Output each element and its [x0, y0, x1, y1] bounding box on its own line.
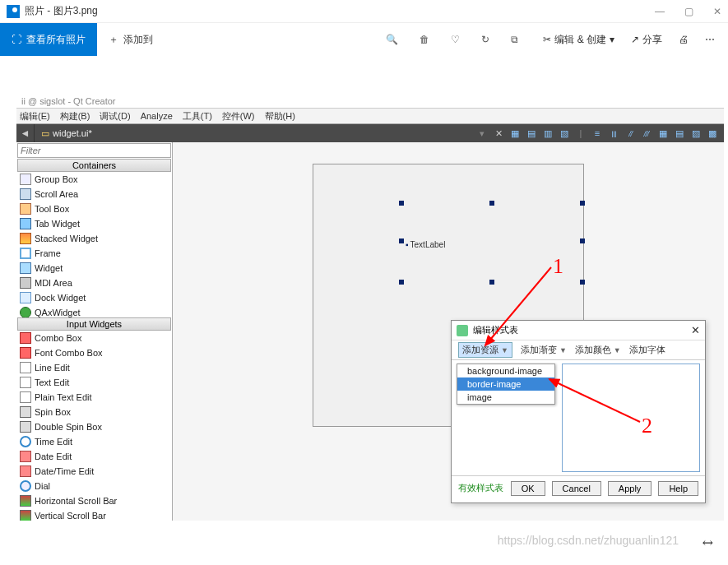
menu-edit[interactable]: 编辑(E) [20, 110, 50, 123]
qt-creator-window: ii @ sigslot - Qt Creator 编辑(E) 构建(B) 调试… [16, 95, 724, 522]
tb-vsplit-icon[interactable]: ⫻ [640, 127, 653, 140]
share-button[interactable]: ↗ 分享 [631, 33, 662, 47]
add-font-button[interactable]: 添加字体 [629, 344, 665, 356]
widget-dockwidget[interactable]: Dock Widget [16, 290, 172, 305]
add-color-button[interactable]: 添加颜色▼ [575, 344, 621, 356]
selection-handle[interactable] [580, 201, 585, 206]
qt-logo-icon [457, 325, 468, 336]
tb-vlayout-icon[interactable]: ⫼ [607, 127, 620, 140]
selection-handle[interactable] [399, 280, 404, 285]
tb-break-icon[interactable]: ▨ [689, 127, 702, 140]
widget-spinbox[interactable]: Spin Box [16, 405, 172, 419]
help-button[interactable]: Help [658, 481, 698, 496]
tb-grid-icon[interactable]: ▦ [656, 127, 670, 140]
menu-debug[interactable]: 调试(D) [100, 110, 130, 123]
maximize-icon[interactable]: ▢ [684, 6, 693, 17]
widget-plaintextedit[interactable]: Plain Text Edit [16, 390, 172, 405]
delete-icon[interactable]: 🗑 [420, 34, 429, 45]
widget-tabwidget[interactable]: Tab Widget [16, 216, 172, 231]
widget-qaxwidget[interactable]: QAxWidget [16, 305, 172, 317]
menu-item-image[interactable]: image [457, 391, 554, 404]
tb-edit-buddies-icon[interactable]: ▥ [541, 127, 554, 140]
rotate-icon[interactable]: ↻ [481, 34, 489, 45]
widget-stackedwidget[interactable]: Stacked Widget [16, 231, 172, 246]
add-resource-button[interactable]: 添加资源▼ [458, 342, 512, 358]
expand-icon[interactable]: ⤢ [698, 533, 717, 552]
widget-datetimeedit[interactable]: Date/Time Edit [16, 464, 172, 479]
widget-doublespinbox[interactable]: Double Spin Box [16, 419, 172, 434]
widget-filter-input[interactable] [17, 143, 171, 158]
widget-lineedit[interactable]: Line Edit [16, 360, 172, 375]
selection-handle[interactable] [580, 280, 585, 285]
tb-hsplit-icon[interactable]: ⫽ [624, 127, 637, 140]
print-icon[interactable]: 🖨 [679, 34, 689, 45]
menu-item-background-image[interactable]: background-image [457, 364, 554, 377]
section-containers[interactable]: Containers [17, 159, 171, 172]
selection-handle[interactable] [489, 201, 494, 206]
apply-button[interactable]: Apply [608, 481, 652, 496]
tb-edit-widgets-icon[interactable]: ▦ [508, 127, 522, 140]
edit-stylesheet-dialog: 编辑样式表 ✕ 添加资源▼ 添加渐变▼ 添加颜色▼ 添加字体 backgroun… [451, 320, 706, 503]
menu-analyze[interactable]: Analyze [141, 111, 173, 121]
valid-stylesheet-label: 有效样式表 [458, 482, 503, 494]
tb-hlayout-icon[interactable]: ≡ [591, 127, 604, 140]
more-icon[interactable]: ⋯ [705, 34, 715, 45]
menu-item-border-image[interactable]: border-image [457, 377, 554, 391]
cancel-button[interactable]: Cancel [552, 481, 601, 496]
dialog-titlebar[interactable]: 编辑样式表 ✕ [452, 321, 705, 340]
add-gradient-button[interactable]: 添加渐变▼ [521, 344, 567, 356]
crop-icon[interactable]: ⧉ [511, 34, 518, 45]
widget-fontcombobox[interactable]: Font Combo Box [16, 345, 172, 360]
widget-scrollarea[interactable]: Scroll Area [16, 187, 172, 201]
edit-create-button[interactable]: ✂ 编辑 & 创建 ▾ [543, 33, 614, 47]
nav-back-icon[interactable]: ◄ [16, 124, 35, 142]
widget-widget[interactable]: Widget [16, 261, 172, 276]
widget-hscrollbar[interactable]: Horizontal Scroll Bar [16, 493, 172, 508]
selection-handle[interactable] [399, 201, 404, 206]
close-icon[interactable]: ✕ [713, 6, 721, 17]
stylesheet-textarea[interactable] [562, 364, 700, 472]
frame-icon [20, 248, 31, 259]
file-tab-label: widget.ui* [53, 128, 92, 138]
widget-textedit[interactable]: Text Edit [16, 375, 172, 390]
widget-dial[interactable]: Dial [16, 479, 172, 493]
add-to-button[interactable]: ＋ 添加到 [97, 33, 165, 47]
qt-menubar: 编辑(E) 构建(B) 调试(D) Analyze 工具(T) 控件(W) 帮助… [16, 108, 724, 124]
minimize-icon[interactable]: — [655, 6, 665, 17]
sep-icon: ▾ [475, 127, 489, 140]
zoom-icon[interactable]: 🔍 [386, 34, 398, 45]
widget-frame[interactable]: Frame [16, 246, 172, 261]
tb-edit-taborder-icon[interactable]: ▧ [558, 127, 571, 140]
vscrollbar-icon [20, 510, 31, 521]
widget-combobox[interactable]: Combo Box [16, 331, 172, 345]
heart-icon[interactable]: ♡ [451, 34, 460, 45]
widget-groupbox[interactable]: Group Box [16, 172, 172, 187]
widget-dateedit[interactable]: Date Edit [16, 449, 172, 464]
chevron-down-icon: ▾ [610, 34, 614, 45]
tb-form-icon[interactable]: ▤ [673, 127, 686, 140]
tb-edit-signals-icon[interactable]: ▤ [525, 127, 538, 140]
menu-widgets[interactable]: 控件(W) [222, 110, 255, 123]
selection-handle[interactable] [399, 239, 404, 243]
datetimeedit-icon [20, 465, 31, 477]
dialog-close-icon[interactable]: ✕ [691, 324, 700, 336]
file-tab[interactable]: ▭ widget.ui* [35, 124, 99, 142]
menu-tools[interactable]: 工具(T) [183, 110, 212, 123]
photos-app-icon [7, 5, 20, 18]
section-input-widgets[interactable]: Input Widgets [17, 317, 171, 331]
see-all-label: 查看所有照片 [26, 33, 86, 47]
widget-vscrollbar[interactable]: Vertical Scroll Bar [16, 508, 172, 521]
tb-adjust-icon[interactable]: ▩ [706, 127, 719, 140]
widget-mdiarea[interactable]: MDI Area [16, 276, 172, 290]
menu-build[interactable]: 构建(B) [60, 110, 90, 123]
ok-button[interactable]: OK [511, 481, 545, 496]
widget-toolbox[interactable]: Tool Box [16, 201, 172, 216]
see-all-photos-button[interactable]: ⛶ 查看所有照片 [0, 23, 97, 56]
widget-timeedit[interactable]: Time Edit [16, 434, 172, 449]
menu-help[interactable]: 帮助(H) [265, 110, 295, 123]
photos-toolbar: ⛶ 查看所有照片 ＋ 添加到 🔍 🗑 ♡ ↻ ⧉ ✂ 编辑 & 创建 ▾ ↗ 分… [0, 23, 728, 56]
close-tab-icon[interactable]: ✕ [492, 127, 505, 140]
selection-handle[interactable] [489, 280, 494, 285]
selection-handle[interactable] [580, 239, 585, 243]
text-label-widget[interactable]: TextLabel [406, 240, 445, 249]
